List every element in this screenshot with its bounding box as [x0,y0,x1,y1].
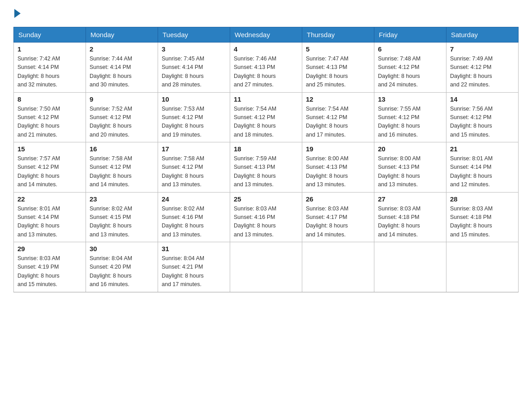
col-sunday: Sunday [14,27,86,43]
calendar-cell: 20 Sunrise: 8:00 AM Sunset: 4:13 PM Dayl… [374,142,446,193]
day-info: Sunrise: 8:02 AM Sunset: 4:15 PM Dayligh… [90,205,154,240]
day-number: 18 [234,145,298,153]
day-info: Sunrise: 7:52 AM Sunset: 4:12 PM Dayligh… [90,105,154,140]
day-info: Sunrise: 7:54 AM Sunset: 4:12 PM Dayligh… [234,105,298,140]
col-tuesday: Tuesday [158,27,230,43]
calendar-cell: 10 Sunrise: 7:53 AM Sunset: 4:12 PM Dayl… [158,92,230,142]
calendar-week-row: 1 Sunrise: 7:42 AM Sunset: 4:14 PM Dayli… [14,43,519,93]
day-info: Sunrise: 7:54 AM Sunset: 4:12 PM Dayligh… [306,105,370,140]
day-info: Sunrise: 7:48 AM Sunset: 4:12 PM Dayligh… [378,55,442,90]
calendar-week-row: 8 Sunrise: 7:50 AM Sunset: 4:12 PM Dayli… [14,92,519,142]
day-number: 26 [306,195,370,203]
calendar-cell: 5 Sunrise: 7:47 AM Sunset: 4:13 PM Dayli… [302,43,374,93]
day-number: 21 [450,145,515,153]
day-number: 20 [378,145,442,153]
calendar-cell: 23 Sunrise: 8:02 AM Sunset: 4:15 PM Dayl… [86,192,158,242]
day-number: 1 [17,45,82,53]
calendar-cell: 15 Sunrise: 7:57 AM Sunset: 4:12 PM Dayl… [14,142,86,193]
calendar-cell: 12 Sunrise: 7:54 AM Sunset: 4:12 PM Dayl… [302,92,374,142]
day-number: 24 [162,195,226,203]
calendar-cell: 8 Sunrise: 7:50 AM Sunset: 4:12 PM Dayli… [14,92,86,142]
day-info: Sunrise: 7:46 AM Sunset: 4:13 PM Dayligh… [234,55,298,90]
day-info: Sunrise: 7:42 AM Sunset: 4:14 PM Dayligh… [17,55,82,90]
calendar-cell: 22 Sunrise: 8:01 AM Sunset: 4:14 PM Dayl… [14,192,86,242]
header-row: Sunday Monday Tuesday Wednesday Thursday… [14,27,519,43]
calendar-cell: 24 Sunrise: 8:02 AM Sunset: 4:16 PM Dayl… [158,192,230,242]
day-info: Sunrise: 7:58 AM Sunset: 4:12 PM Dayligh… [90,154,154,189]
calendar-cell: 19 Sunrise: 8:00 AM Sunset: 4:13 PM Dayl… [302,142,374,193]
day-number: 4 [234,45,298,53]
header [13,9,519,18]
calendar-cell: 30 Sunrise: 8:04 AM Sunset: 4:20 PM Dayl… [86,242,158,292]
day-number: 19 [306,145,370,153]
logo-container [13,9,21,18]
day-info: Sunrise: 8:03 AM Sunset: 4:19 PM Dayligh… [17,254,82,289]
calendar-cell [230,242,302,292]
calendar-table: Sunday Monday Tuesday Wednesday Thursday… [13,27,519,292]
calendar-cell: 27 Sunrise: 8:03 AM Sunset: 4:18 PM Dayl… [374,192,446,242]
day-number: 10 [162,95,226,103]
calendar-week-row: 15 Sunrise: 7:57 AM Sunset: 4:12 PM Dayl… [14,142,519,193]
day-info: Sunrise: 8:03 AM Sunset: 4:17 PM Dayligh… [306,205,370,240]
col-monday: Monday [86,27,158,43]
calendar-cell [446,242,519,292]
day-info: Sunrise: 8:04 AM Sunset: 4:21 PM Dayligh… [162,254,226,289]
day-info: Sunrise: 7:47 AM Sunset: 4:13 PM Dayligh… [306,55,370,90]
day-number: 15 [17,145,82,153]
calendar-cell: 3 Sunrise: 7:45 AM Sunset: 4:14 PM Dayli… [158,43,230,93]
col-saturday: Saturday [446,27,519,43]
page: Sunday Monday Tuesday Wednesday Thursday… [0,0,532,301]
calendar-cell: 2 Sunrise: 7:44 AM Sunset: 4:14 PM Dayli… [86,43,158,93]
day-number: 22 [17,195,82,203]
calendar-cell: 28 Sunrise: 8:03 AM Sunset: 4:18 PM Dayl… [446,192,519,242]
calendar-cell: 7 Sunrise: 7:49 AM Sunset: 4:12 PM Dayli… [446,43,519,93]
day-info: Sunrise: 8:03 AM Sunset: 4:18 PM Dayligh… [450,205,515,240]
day-info: Sunrise: 7:49 AM Sunset: 4:12 PM Dayligh… [450,55,515,90]
day-info: Sunrise: 7:44 AM Sunset: 4:14 PM Dayligh… [90,55,154,90]
day-number: 13 [378,95,442,103]
day-info: Sunrise: 7:50 AM Sunset: 4:12 PM Dayligh… [17,105,82,140]
day-info: Sunrise: 7:57 AM Sunset: 4:12 PM Dayligh… [17,154,82,189]
day-info: Sunrise: 7:55 AM Sunset: 4:12 PM Dayligh… [378,105,442,140]
calendar-cell: 1 Sunrise: 7:42 AM Sunset: 4:14 PM Dayli… [14,43,86,93]
day-number: 30 [90,245,154,253]
day-number: 23 [90,195,154,203]
day-info: Sunrise: 8:03 AM Sunset: 4:18 PM Dayligh… [378,205,442,240]
day-info: Sunrise: 7:58 AM Sunset: 4:12 PM Dayligh… [162,154,226,189]
calendar-cell: 9 Sunrise: 7:52 AM Sunset: 4:12 PM Dayli… [86,92,158,142]
calendar-cell: 29 Sunrise: 8:03 AM Sunset: 4:19 PM Dayl… [14,242,86,292]
day-info: Sunrise: 8:01 AM Sunset: 4:14 PM Dayligh… [450,154,515,189]
calendar-cell: 6 Sunrise: 7:48 AM Sunset: 4:12 PM Dayli… [374,43,446,93]
calendar-cell: 21 Sunrise: 8:01 AM Sunset: 4:14 PM Dayl… [446,142,519,193]
calendar-cell: 16 Sunrise: 7:58 AM Sunset: 4:12 PM Dayl… [86,142,158,193]
day-number: 31 [162,245,226,253]
day-info: Sunrise: 7:56 AM Sunset: 4:12 PM Dayligh… [450,105,515,140]
calendar-cell [374,242,446,292]
day-info: Sunrise: 7:59 AM Sunset: 4:13 PM Dayligh… [234,154,298,189]
day-info: Sunrise: 7:53 AM Sunset: 4:12 PM Dayligh… [162,105,226,140]
day-number: 11 [234,95,298,103]
day-number: 2 [90,45,154,53]
col-wednesday: Wednesday [230,27,302,43]
day-info: Sunrise: 7:45 AM Sunset: 4:14 PM Dayligh… [162,55,226,90]
day-info: Sunrise: 8:03 AM Sunset: 4:16 PM Dayligh… [234,205,298,240]
logo-arrow-icon [14,9,21,18]
calendar-week-row: 22 Sunrise: 8:01 AM Sunset: 4:14 PM Dayl… [14,192,519,242]
day-number: 27 [378,195,442,203]
calendar-cell: 26 Sunrise: 8:03 AM Sunset: 4:17 PM Dayl… [302,192,374,242]
day-info: Sunrise: 8:00 AM Sunset: 4:13 PM Dayligh… [378,154,442,189]
day-number: 29 [17,245,82,253]
day-number: 9 [90,95,154,103]
day-info: Sunrise: 8:01 AM Sunset: 4:14 PM Dayligh… [17,205,82,240]
logo [13,9,21,18]
day-number: 7 [450,45,515,53]
calendar-cell: 14 Sunrise: 7:56 AM Sunset: 4:12 PM Dayl… [446,92,519,142]
calendar-cell: 4 Sunrise: 7:46 AM Sunset: 4:13 PM Dayli… [230,43,302,93]
calendar-week-row: 29 Sunrise: 8:03 AM Sunset: 4:19 PM Dayl… [14,242,519,292]
day-info: Sunrise: 8:00 AM Sunset: 4:13 PM Dayligh… [306,154,370,189]
calendar-cell: 18 Sunrise: 7:59 AM Sunset: 4:13 PM Dayl… [230,142,302,193]
calendar-cell: 17 Sunrise: 7:58 AM Sunset: 4:12 PM Dayl… [158,142,230,193]
calendar-cell: 25 Sunrise: 8:03 AM Sunset: 4:16 PM Dayl… [230,192,302,242]
calendar-cell [302,242,374,292]
day-number: 17 [162,145,226,153]
